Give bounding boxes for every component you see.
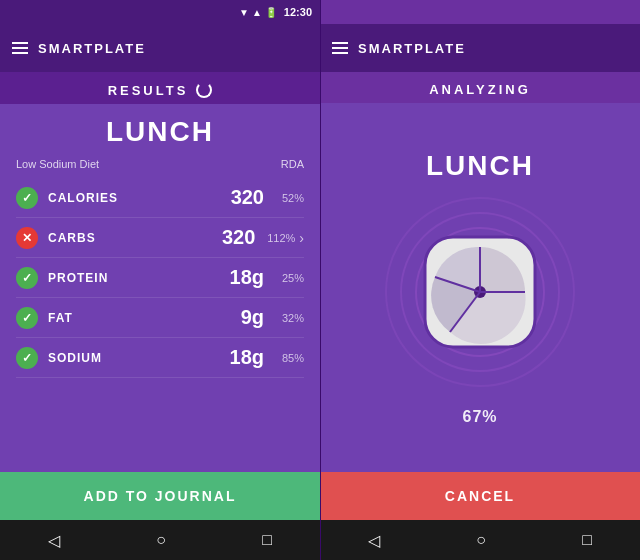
analyzing-content: LUNCH (320, 103, 640, 472)
status-bar-left: ▼ ▲ 🔋 12:30 (0, 0, 320, 24)
app-title-left: SMARTPLATE (38, 41, 146, 56)
nutrient-value-sodium: 18g (230, 346, 264, 369)
recents-icon-left[interactable]: □ (262, 531, 272, 549)
home-icon-left[interactable]: ○ (156, 531, 166, 549)
nutrient-row-carbs[interactable]: ✕ CARBS 320 112% › (16, 218, 304, 258)
nutrient-value-fat: 9g (241, 306, 264, 329)
left-header: SMARTPLATE (0, 24, 320, 72)
diet-header-row: Low Sodium Diet RDA (16, 158, 304, 172)
check-icon-protein: ✓ (16, 267, 38, 289)
nutrient-name-fat: FAT (48, 311, 241, 325)
nutrient-row-fat: ✓ FAT 9g 32% (16, 298, 304, 338)
nutrient-name-sodium: SODIUM (48, 351, 230, 365)
recents-icon-right[interactable]: □ (582, 531, 592, 549)
diet-label: Low Sodium Diet (16, 158, 99, 170)
meal-title-right: LUNCH (426, 150, 534, 182)
progress-percentage: 67% (462, 408, 497, 426)
nutrient-pct-calories: 52% (274, 192, 304, 204)
check-icon-fat: ✓ (16, 307, 38, 329)
left-panel: ▼ ▲ 🔋 12:30 SMARTPLATE RESULTS LUNCH Low… (0, 0, 320, 560)
back-icon-right[interactable]: ◁ (368, 531, 380, 550)
nutrient-row-sodium: ✓ SODIUM 18g 85% (16, 338, 304, 378)
app-title-right: SMARTPLATE (358, 41, 466, 56)
nutrient-name-calories: CALORIES (48, 191, 231, 205)
results-content: LUNCH Low Sodium Diet RDA ✓ CALORIES 320… (0, 104, 320, 472)
check-icon-sodium: ✓ (16, 347, 38, 369)
hamburger-menu-right[interactable] (332, 42, 348, 54)
signal-icon: ▼ (239, 7, 249, 18)
plate-container (380, 192, 580, 392)
nutrient-name-protein: PROTEIN (48, 271, 230, 285)
status-time-left: 12:30 (284, 6, 312, 18)
check-icon-calories: ✓ (16, 187, 38, 209)
nutrient-value-carbs: 320 (222, 226, 255, 249)
nutrient-pct-carbs: 112% (265, 232, 295, 244)
hamburger-menu-left[interactable] (12, 42, 28, 54)
cancel-button[interactable]: CANCEL (320, 472, 640, 520)
battery-icon: 🔋 (265, 7, 277, 18)
nutrient-row-protein: ✓ PROTEIN 18g 25% (16, 258, 304, 298)
nutrient-pct-fat: 32% (274, 312, 304, 324)
nutrient-pct-protein: 25% (274, 272, 304, 284)
wifi-icon: ▲ (252, 7, 262, 18)
back-icon-left[interactable]: ◁ (48, 531, 60, 550)
section-title-right: ANALYZING (320, 72, 640, 103)
nutrient-pct-sodium: 85% (274, 352, 304, 364)
panel-divider (320, 0, 321, 560)
refresh-icon[interactable] (196, 82, 212, 98)
x-icon-carbs: ✕ (16, 227, 38, 249)
nav-bar-right: ◁ ○ □ (320, 520, 640, 560)
meal-title-left: LUNCH (16, 116, 304, 148)
nutrient-value-calories: 320 (231, 186, 264, 209)
status-icons-left: ▼ ▲ 🔋 12:30 (239, 6, 312, 18)
chevron-icon-carbs: › (299, 230, 304, 246)
rda-label: RDA (281, 158, 304, 172)
right-panel: ▼ ▲ 🔋 12:30 SMARTPLATE ANALYZING LUNCH (320, 0, 640, 560)
nutrient-name-carbs: CARBS (48, 231, 222, 245)
add-to-journal-button[interactable]: ADD TO JOURNAL (0, 472, 320, 520)
home-icon-right[interactable]: ○ (476, 531, 486, 549)
section-title-left: RESULTS (0, 72, 320, 104)
right-header: SMARTPLATE (320, 24, 640, 72)
nutrient-row-calories: ✓ CALORIES 320 52% (16, 178, 304, 218)
plate-image (420, 232, 540, 352)
nutrient-value-protein: 18g (230, 266, 264, 289)
nav-bar-left: ◁ ○ □ (0, 520, 320, 560)
